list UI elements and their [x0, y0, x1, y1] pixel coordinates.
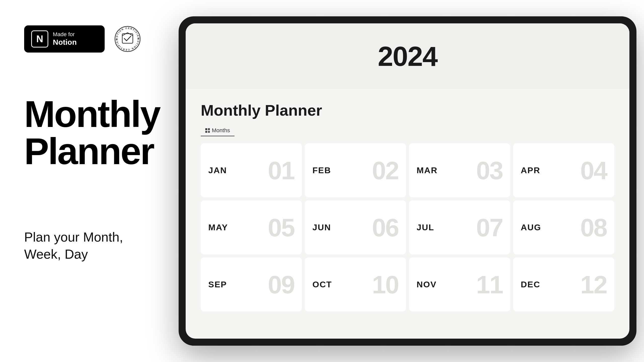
notion-icon-box: N — [31, 30, 48, 48]
made-for-notion-badge: N Made for Notion — [24, 25, 105, 53]
month-card-feb[interactable]: FEB 02 — [305, 143, 406, 197]
month-card-dec[interactable]: DEC 12 — [513, 257, 614, 311]
view-tabs: Months — [201, 125, 614, 136]
month-name: AUG — [521, 222, 541, 232]
month-card-nov[interactable]: NOV 11 — [409, 257, 510, 311]
month-card-aug[interactable]: AUG 08 — [513, 200, 614, 254]
month-name: FEB — [312, 165, 331, 175]
month-number: 03 — [476, 158, 503, 183]
month-name: MAR — [417, 165, 437, 175]
month-name: APR — [521, 165, 540, 175]
title-line1: Monthly — [24, 93, 160, 135]
month-number: 01 — [268, 158, 294, 183]
subtitle: Plan your Month,Week, Day — [24, 229, 157, 263]
month-name: DEC — [521, 280, 540, 289]
certified-badge: NOTION CERTIFIED NOTION CERTIFIED — [114, 25, 141, 53]
months-tab[interactable]: Months — [201, 125, 234, 136]
badge-notion-text: Notion — [53, 38, 77, 47]
month-card-jun[interactable]: JUN 06 — [305, 200, 406, 254]
right-panel: 2024 Monthly Planner Months JAN — [164, 0, 644, 362]
months-grid: JAN 01 FEB 02 MAR 03 APR 04 MAY 05 JUN 0… — [201, 143, 614, 311]
tablet-screen: 2024 Monthly Planner Months JAN — [186, 23, 629, 339]
badges-row: N Made for Notion NOTION CERTIFIED — [24, 25, 141, 53]
screen-header: 2024 — [186, 23, 629, 89]
svg-point-0 — [115, 26, 140, 52]
month-name: MAY — [208, 222, 228, 232]
month-number: 04 — [580, 158, 607, 183]
month-name: JAN — [208, 165, 227, 175]
month-name: OCT — [312, 280, 332, 289]
tablet-mockup: 2024 Monthly Planner Months JAN — [179, 16, 636, 346]
month-number: 07 — [476, 215, 503, 240]
month-card-may[interactable]: MAY 05 — [201, 200, 302, 254]
planner-title: Monthly Planner — [201, 101, 614, 119]
year-display: 2024 — [378, 40, 437, 72]
month-name: JUN — [312, 222, 331, 232]
badge-text: Made for Notion — [53, 31, 77, 47]
month-card-jul[interactable]: JUL 07 — [409, 200, 510, 254]
month-card-jan[interactable]: JAN 01 — [201, 143, 302, 197]
months-tab-label: Months — [212, 127, 230, 134]
month-name: JUL — [417, 222, 434, 232]
month-number: 11 — [476, 272, 503, 297]
month-number: 09 — [268, 272, 294, 297]
month-name: NOV — [417, 280, 437, 289]
month-number: 12 — [580, 272, 607, 297]
month-number: 05 — [268, 215, 294, 240]
month-number: 02 — [372, 158, 398, 183]
grid-icon — [205, 128, 210, 133]
month-card-sep[interactable]: SEP 09 — [201, 257, 302, 311]
month-number: 10 — [372, 272, 398, 297]
month-card-oct[interactable]: OCT 10 — [305, 257, 406, 311]
month-number: 08 — [580, 215, 607, 240]
main-title: Monthly Planner — [24, 96, 157, 170]
left-panel: N Made for Notion NOTION CERTIFIED — [0, 0, 164, 362]
notion-icon-letter: N — [36, 34, 43, 44]
month-name: SEP — [208, 280, 227, 289]
badge-made-for-text: Made for — [53, 31, 77, 38]
screen-body: Monthly Planner Months JAN 01 FEB 02 — [186, 89, 629, 322]
month-card-mar[interactable]: MAR 03 — [409, 143, 510, 197]
month-number: 06 — [372, 215, 398, 240]
month-card-apr[interactable]: APR 04 — [513, 143, 614, 197]
title-line2: Planner — [24, 130, 154, 172]
